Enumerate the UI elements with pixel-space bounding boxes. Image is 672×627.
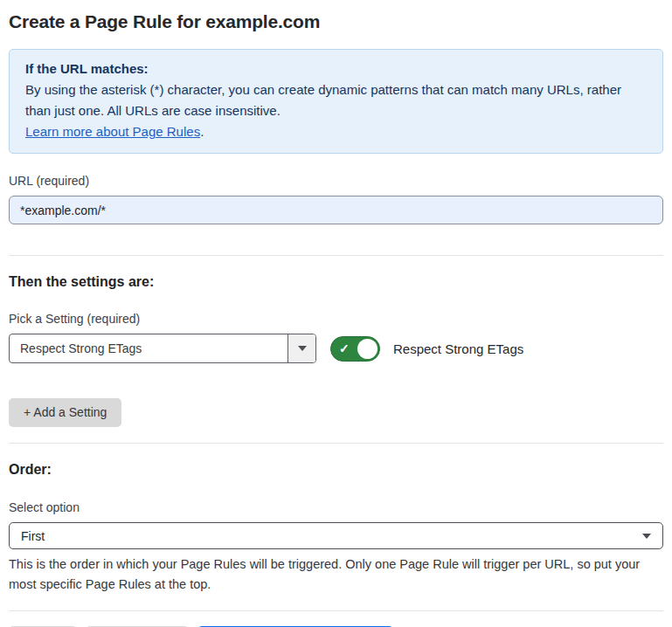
chevron-down-icon: [298, 346, 307, 351]
setting-toggle-label: Respect Strong ETags: [393, 341, 523, 356]
order-section-heading: Order:: [9, 462, 663, 478]
order-select-value: First: [21, 529, 45, 543]
order-select[interactable]: First: [9, 522, 663, 549]
info-box-heading: If the URL matches:: [25, 59, 647, 79]
order-select-label: Select option: [9, 500, 663, 515]
url-field-label: URL (required): [9, 173, 663, 189]
setting-row: Respect Strong ETags ✓ Respect Strong ET…: [9, 334, 663, 363]
page-rule-form: Create a Page Rule for example.com If th…: [0, 10, 672, 627]
divider: [9, 443, 663, 444]
learn-more-link[interactable]: Learn more about Page Rules: [25, 124, 200, 139]
chevron-down-icon: [642, 534, 651, 539]
info-box-body: By using the asterisk (*) character, you…: [25, 79, 647, 121]
settings-section-heading: Then the settings are:: [9, 274, 663, 290]
url-match-info-box: If the URL matches: By using the asteris…: [9, 49, 663, 154]
divider: [9, 255, 663, 256]
link-period: .: [200, 124, 204, 139]
dropdown-arrow-button[interactable]: [288, 334, 315, 362]
order-help-text: This is the order in which your Page Rul…: [9, 555, 663, 595]
divider: [9, 610, 663, 611]
setting-dropdown-value: Respect Strong ETags: [10, 334, 288, 362]
info-box-link-line: Learn more about Page Rules.: [25, 121, 647, 142]
toggle-knob: [357, 339, 378, 359]
setting-toggle[interactable]: ✓: [330, 336, 380, 362]
check-icon: ✓: [339, 342, 350, 355]
url-input[interactable]: [9, 196, 663, 224]
setting-picker-label: Pick a Setting (required): [9, 311, 663, 327]
page-title: Create a Page Rule for example.com: [9, 10, 663, 33]
add-setting-button[interactable]: + Add a Setting: [9, 398, 121, 427]
setting-dropdown[interactable]: Respect Strong ETags: [9, 334, 316, 363]
